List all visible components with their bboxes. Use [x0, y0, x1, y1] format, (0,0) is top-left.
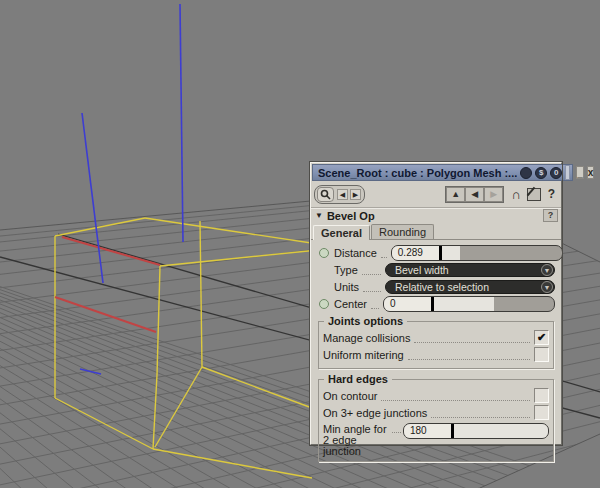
- chevron-down-icon[interactable]: ▼: [541, 281, 553, 293]
- distance-slider[interactable]: 0.289: [391, 245, 563, 261]
- uniform-mitering-row: Uniform mitering: [323, 347, 549, 362]
- dotted-leader: [363, 282, 381, 292]
- units-dropdown[interactable]: Relative to selection ▼: [385, 280, 555, 294]
- on-contour-label: On contour: [323, 390, 377, 402]
- distance-label: Distance: [334, 247, 377, 259]
- group-title: Hard edges: [324, 373, 392, 385]
- uniform-mitering-label: Uniform mitering: [323, 349, 404, 361]
- op-name: Bevel Op: [327, 210, 375, 222]
- nav-forward-button[interactable]: ▶: [484, 187, 503, 202]
- prev-key-button[interactable]: ◀: [337, 189, 348, 200]
- units-row: Units Relative to selection ▼: [317, 280, 555, 294]
- units-label: Units: [334, 281, 359, 293]
- center-slider-track[interactable]: [434, 297, 554, 311]
- joints-options-group: Joints options Manage collisions ✔ Unifo…: [318, 321, 554, 369]
- units-value: Relative to selection: [386, 281, 541, 293]
- dotted-leader: [371, 299, 379, 309]
- next-key-button[interactable]: ▶: [350, 189, 361, 200]
- hard-edges-group: Hard edges On contour On 3+ edge junctio…: [318, 379, 554, 462]
- recycle-icon[interactable]: ∩: [511, 187, 520, 202]
- center-anim-toggle[interactable]: [319, 299, 329, 309]
- key-icon: [320, 189, 331, 200]
- manage-collisions-label: Manage collisions: [323, 332, 410, 344]
- edge-junctions-label: On 3+ edge junctions: [323, 407, 427, 419]
- min-angle-slider-track[interactable]: [454, 424, 548, 438]
- nav-up-button[interactable]: ▲: [446, 187, 465, 202]
- nav-back-button[interactable]: ◀: [465, 187, 484, 202]
- collapse-icon[interactable]: ▼: [315, 211, 323, 220]
- min-angle-slider[interactable]: 180: [403, 423, 549, 439]
- dotted-leader: [362, 265, 381, 275]
- center-slider[interactable]: 0: [383, 296, 555, 312]
- edit-icon[interactable]: [527, 188, 541, 201]
- distance-slider-track[interactable]: [442, 246, 562, 260]
- animation-icon[interactable]: [520, 167, 532, 179]
- distance-row: Distance 0.289: [317, 246, 555, 260]
- center-row: Center 0: [317, 297, 555, 311]
- panel-toolbar: ◀ ▶ ▲ ◀ ▶ ∩ ?: [311, 181, 561, 208]
- on-contour-checkbox[interactable]: [534, 388, 549, 403]
- distance-value[interactable]: 0.289: [392, 246, 439, 260]
- edge-junctions-checkbox[interactable]: [534, 405, 549, 420]
- info-icon[interactable]: 0: [550, 167, 562, 179]
- expression-icon[interactable]: $: [535, 167, 547, 179]
- keyframe-button[interactable]: [317, 187, 334, 202]
- uniform-mitering-checkbox[interactable]: [534, 347, 549, 362]
- on-contour-row: On contour: [323, 388, 549, 403]
- type-value: Bevel width: [386, 264, 541, 276]
- op-help-button[interactable]: ?: [543, 209, 558, 222]
- panel-title: Scene_Root : cube : Polygon Mesh :...: [318, 167, 517, 179]
- panel-titlebar[interactable]: Scene_Root : cube : Polygon Mesh :... $ …: [312, 164, 560, 181]
- panel-content: Distance 0.289 Type Bevel width ▼ Units …: [311, 240, 561, 462]
- nav-group: ▲ ◀ ▶: [445, 186, 504, 203]
- tab-rounding[interactable]: Rounding: [371, 224, 434, 239]
- key-group: ◀ ▶: [314, 185, 365, 204]
- min-angle-value[interactable]: 180: [404, 424, 451, 438]
- chevron-down-icon[interactable]: ▼: [541, 264, 553, 276]
- titlebar-drag-area[interactable]: Scene_Root : cube : Polygon Mesh :... $ …: [312, 164, 573, 181]
- center-label: Center: [334, 298, 367, 310]
- center-value[interactable]: 0: [384, 297, 431, 311]
- tab-general[interactable]: General: [313, 225, 370, 240]
- close-button[interactable]: x: [587, 166, 595, 179]
- toolbar-help-button[interactable]: ?: [548, 187, 555, 201]
- type-dropdown[interactable]: Bevel width ▼: [385, 263, 555, 277]
- property-panel: Scene_Root : cube : Polygon Mesh :... $ …: [310, 162, 562, 445]
- distance-anim-toggle[interactable]: [319, 248, 329, 258]
- manage-collisions-checkbox[interactable]: ✔: [534, 330, 549, 345]
- min-angle-row: Min angle for 2 edge junction 180: [323, 423, 549, 457]
- manage-collisions-row: Manage collisions ✔: [323, 330, 549, 345]
- titlebar-grip: [565, 165, 570, 180]
- type-label: Type: [334, 264, 358, 276]
- minimize-button[interactable]: _: [576, 166, 584, 179]
- group-title: Joints options: [324, 315, 407, 327]
- edge-junctions-row: On 3+ edge junctions: [323, 405, 549, 420]
- bevel-op-header[interactable]: ▼ Bevel Op ?: [311, 208, 561, 222]
- min-angle-label: Min angle for 2 edge junction: [323, 423, 392, 457]
- type-row: Type Bevel width ▼: [317, 263, 555, 277]
- tab-bar: General Rounding: [311, 224, 561, 240]
- dotted-leader: [381, 248, 387, 258]
